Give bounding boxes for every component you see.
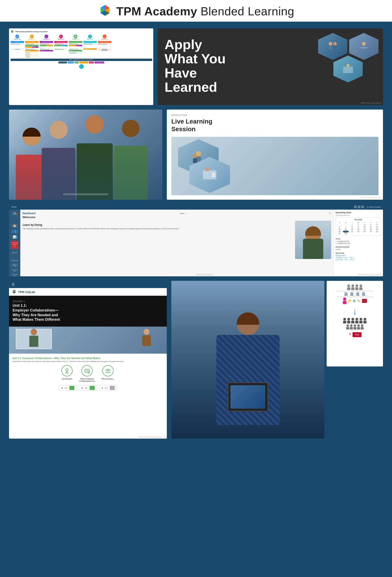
- apply-text-block: ApplyWhat YouHaveLearned: [165, 37, 237, 94]
- svg-point-41: [66, 368, 68, 371]
- colab-bottom-content: Unit 1.1: Employer Collaboratives—Why Th…: [9, 354, 167, 394]
- colab-page-footer: ©2022 USCCP. All rights reserved 29: [138, 436, 165, 438]
- svg-point-17: [362, 42, 366, 45]
- tool-icon-1: 🔑: [348, 299, 351, 302]
- colab-unit-title: Unit 1.1:Employer Collaboratives—Why The…: [13, 303, 163, 322]
- dashboard-topbar: Home Q Locate Student: [9, 204, 383, 210]
- colab-third-btn[interactable]: ◀ 0% →: [99, 385, 117, 391]
- person-icon-3: [355, 285, 358, 290]
- why-employer-icon-circle[interactable]: [102, 365, 114, 376]
- location-icon: 📍: [348, 333, 352, 336]
- svg-point-27: [205, 167, 210, 172]
- learn-desc: This training provides participants with…: [23, 227, 293, 230]
- introduction-icon-circle[interactable]: [61, 365, 72, 376]
- why-employer-label: Why Employ...: [102, 378, 114, 380]
- calendar-grid: SMTWTFS 12345 6789101112 13141516171819 …: [337, 221, 380, 235]
- person-photo-area: 🏛️ 🏛️ 🏛️ 🏛️ 🔑: [171, 281, 383, 439]
- learn-by-doing-section: Learn by Doing This training provides pa…: [23, 223, 293, 230]
- what-collaboratives-label: What Employer Collaboratives Do: [78, 378, 96, 382]
- man-with-tablet-photo: [171, 281, 324, 439]
- person-icon-2: [351, 285, 354, 290]
- buildings-row: 🏛️ 🏛️ 🏛️ 🏛️: [344, 292, 366, 296]
- svg-rect-20: [343, 67, 353, 73]
- dashboard-welcome: Welcome: [23, 216, 331, 219]
- tpm-label: TPM: [353, 332, 361, 337]
- dashboard-inner: 🏠 👥 📊 NationalOnline2023 My pts Shortcut…: [9, 210, 383, 276]
- page-header: TPM Academy Blended Learning: [0, 0, 392, 22]
- colab-logo-bar: TPM Co|Lab: [9, 288, 167, 296]
- pink-person: [343, 297, 347, 304]
- dash-nav-chart[interactable]: 📊: [11, 235, 18, 239]
- live-learning-image: [171, 137, 379, 195]
- calendar-month: Feb 2022: [337, 219, 380, 221]
- colab-bottom-title: Unit 1.1: Employer Collaboratives—Why Th…: [12, 357, 164, 360]
- svg-point-13: [329, 42, 332, 45]
- dashboard-row: Home Q Locate Student: [9, 204, 383, 276]
- colab-prev-arrow[interactable]: →: [70, 386, 74, 390]
- colab-third-arrow[interactable]: →: [110, 386, 115, 390]
- svg-rect-28: [212, 173, 215, 177]
- svg-point-50: [106, 369, 108, 371]
- dash-nav-slack: TPM AcadSlack: [11, 274, 18, 276]
- apply-title: ApplyWhat YouHaveLearned: [165, 37, 237, 94]
- apply-panel: ApplyWhat YouHaveLearned: [158, 28, 383, 105]
- live-learning-copyright: ©2022 USCCP. All rights reserved: [361, 197, 381, 198]
- mid-row: 🔑 ⚙️ ✏️ 💼: [343, 297, 367, 304]
- todo-label: To-do: [335, 238, 381, 240]
- live-learning-title: Live LearningSession: [171, 118, 379, 133]
- colab-brand: TPM Co|Lab: [18, 290, 35, 294]
- dash-nav-home[interactable]: 🏠: [11, 224, 18, 227]
- person-icon-1: [347, 285, 350, 290]
- dash-nav-people[interactable]: 👥: [11, 230, 18, 233]
- org-chart-panel: 🏛️ 🏛️ 🏛️ 🏛️ 🔑: [327, 281, 383, 366]
- curriculum-map-panel: TPM Academy Blended Learning Curriculum …: [9, 28, 153, 105]
- colab-photo-strip: [9, 326, 167, 354]
- what-collaboratives-icon-circle[interactable]: [81, 365, 93, 376]
- org-top-row: [347, 285, 362, 290]
- dashboard-page-num: TPM Co|Lab Orientation: [196, 274, 213, 275]
- colab-topic-introduction: Introduction: [61, 365, 72, 382]
- dashboard-section-label: Dashboard: [23, 212, 36, 215]
- big-arrow-down: ↓: [353, 306, 357, 317]
- bottom-people-row-2: [346, 324, 364, 329]
- dash-nav-tpm: TPM AcadTools: [11, 269, 18, 272]
- header-title: TPM Academy Blended Learning: [116, 4, 294, 18]
- dash-nav-mypoints[interactable]: My pts: [12, 252, 17, 253]
- dashboard-panel: Home Q Locate Student: [9, 204, 383, 276]
- dashboard-home-tab[interactable]: Home: [11, 206, 17, 208]
- live-learning-panel: ORIENTATION Live LearningSession: [167, 109, 383, 200]
- svg-point-15: [333, 42, 337, 45]
- learn-title: Learn by Doing: [23, 223, 293, 226]
- svg-rect-14: [329, 45, 332, 50]
- colab-next-btn[interactable]: ◀ 0% →: [79, 385, 97, 391]
- bottom-row: ☰ TPM Co|Lab STRATEGY 1 Unit 1.1:Employ: [9, 281, 383, 439]
- svg-rect-25: [193, 158, 197, 163]
- top-row: TPM Academy Blended Learning Curriculum …: [9, 28, 383, 105]
- bottom-people-row: [343, 318, 366, 324]
- colab-hero: STRATEGY 1 Unit 1.1:Employer Collaborati…: [9, 296, 167, 326]
- colab-topbar: ☰: [9, 281, 167, 288]
- svg-rect-16: [334, 45, 336, 50]
- dashboard-news-tab[interactable]: News: [180, 212, 184, 214]
- dash-nav-shortcuts: Shortcuts: [11, 260, 18, 261]
- dash-nav-highlighted[interactable]: NationalOnline2023: [11, 241, 18, 249]
- middle-row: ORIENTATION Live LearningSession: [9, 109, 383, 200]
- dashboard-copyright: ©2022 USCCP. All rights reserved: [357, 274, 381, 275]
- colab-panel: ☰ TPM Co|Lab STRATEGY 1 Unit 1.1:Employ: [9, 281, 167, 439]
- colab-next-arrow[interactable]: →: [90, 386, 95, 390]
- dashboard-edit-icon[interactable]: ✏️: [329, 212, 331, 214]
- svg-rect-19: [359, 48, 368, 48]
- person-icon-4: [359, 285, 362, 290]
- tpm-logo: [98, 4, 112, 18]
- colab-prev-btn[interactable]: ◀ 0% →: [59, 385, 77, 391]
- introduction-label: Introduction: [62, 378, 72, 380]
- colab-menu-icon[interactable]: ☰: [12, 283, 15, 286]
- live-learning-tag: ORIENTATION: [171, 114, 379, 116]
- svg-point-21: [347, 64, 350, 67]
- colab-topics-row: Introduction: [12, 365, 164, 382]
- colab-topic-why-employer: Why Employ...: [102, 365, 114, 382]
- svg-point-24: [193, 154, 197, 158]
- dash-nav-tools[interactable]: 🔧: [11, 264, 18, 267]
- apply-copyright: ©2022 USCCP. All rights reserved: [361, 102, 381, 104]
- colab-instruction: Instructions: Click each menu item to le…: [12, 361, 164, 362]
